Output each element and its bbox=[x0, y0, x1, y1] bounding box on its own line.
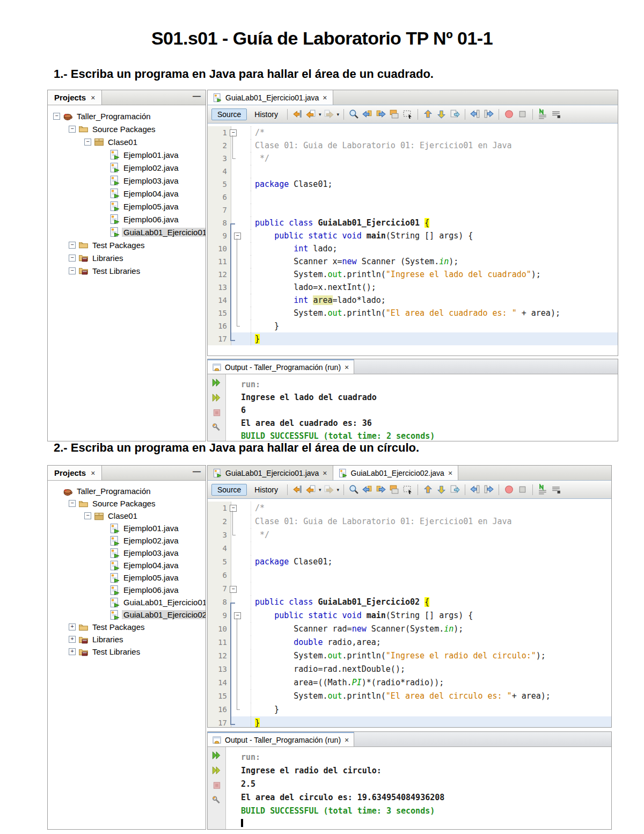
output-tab[interactable]: Output - Taller_Programación (run) × bbox=[208, 732, 354, 746]
uncomment-icon[interactable] bbox=[550, 108, 562, 120]
find-previous-icon[interactable] bbox=[361, 484, 374, 495]
minimize-icon[interactable]: — bbox=[193, 467, 201, 476]
back-icon[interactable] bbox=[305, 108, 317, 120]
collapse-icon[interactable]: − bbox=[69, 242, 76, 249]
tree-item[interactable]: −GuiaLab01_Ejercicio01.jav bbox=[48, 226, 206, 238]
code-editor[interactable]: − − 1/*2Clase 01: Guia de Laboratorio 01… bbox=[208, 124, 618, 356]
previous-bookmark-icon[interactable] bbox=[422, 108, 434, 120]
minimize-icon[interactable]: — bbox=[193, 91, 201, 100]
tree-item[interactable]: −Ejemplo02.java bbox=[48, 161, 206, 174]
tree-item[interactable]: −Ejemplo01.java bbox=[48, 148, 206, 161]
last-edit-icon[interactable] bbox=[291, 108, 304, 120]
rectangular-selection-icon[interactable] bbox=[401, 108, 414, 120]
forward-dropdown-icon[interactable]: ▾ bbox=[336, 112, 339, 117]
tree-item[interactable]: −Test Packages bbox=[48, 238, 206, 251]
close-icon[interactable]: × bbox=[91, 93, 95, 102]
projects-tab[interactable]: Projects × bbox=[48, 90, 102, 105]
rerun-alt-icon[interactable] bbox=[211, 393, 222, 403]
tree-item[interactable]: −Test Libraries bbox=[48, 264, 206, 277]
projects-tree[interactable]: −Taller_Programación−Source Packages−Cla… bbox=[48, 481, 206, 829]
toggle-bookmark-icon[interactable] bbox=[449, 108, 461, 120]
collapse-icon[interactable]: − bbox=[69, 267, 76, 274]
editor-tab[interactable]: GuiaLab01_Ejercicio01.java× bbox=[208, 90, 333, 105]
collapse-icon[interactable]: − bbox=[69, 500, 76, 507]
next-bookmark-icon[interactable] bbox=[435, 484, 448, 495]
tree-item[interactable]: +Test Packages bbox=[48, 621, 206, 633]
close-icon[interactable]: × bbox=[345, 736, 349, 744]
ant-settings-icon[interactable] bbox=[211, 423, 222, 433]
forward-dropdown-icon[interactable]: ▾ bbox=[336, 487, 339, 492]
history-view-button[interactable]: History bbox=[248, 109, 283, 120]
rectangular-selection-icon[interactable] bbox=[401, 484, 414, 495]
rerun-alt-icon[interactable] bbox=[211, 765, 222, 775]
find-next-icon[interactable] bbox=[375, 108, 387, 120]
next-bookmark-icon[interactable] bbox=[435, 108, 448, 120]
find-selection-icon[interactable] bbox=[348, 484, 360, 495]
tree-item[interactable]: −Ejemplo04.java bbox=[48, 187, 206, 200]
close-icon[interactable]: × bbox=[448, 469, 452, 477]
tree-item[interactable]: −Ejemplo03.java bbox=[48, 547, 206, 559]
tree-item[interactable]: −Ejemplo06.java bbox=[48, 584, 206, 596]
close-icon[interactable]: × bbox=[345, 363, 349, 372]
tree-item[interactable]: −Ejemplo04.java bbox=[48, 559, 206, 571]
stop-macro-icon[interactable] bbox=[516, 108, 529, 120]
last-edit-icon[interactable] bbox=[291, 484, 304, 495]
output-tab[interactable]: Output - Taller_Programación (run) × bbox=[208, 359, 354, 374]
editor-tab[interactable]: GuiaLab01_Ejercicio02.java× bbox=[333, 466, 459, 480]
code-editor[interactable]: − − − 1/*2Clase 01: Guia de Laboratorio … bbox=[208, 499, 611, 727]
tree-item[interactable]: +Test Libraries bbox=[48, 646, 206, 658]
tree-item[interactable]: −Source Packages bbox=[48, 122, 206, 135]
shift-right-icon[interactable] bbox=[482, 108, 495, 120]
find-previous-icon[interactable] bbox=[361, 108, 374, 120]
rerun-icon[interactable] bbox=[211, 750, 222, 760]
projects-tab[interactable]: Projects × bbox=[48, 466, 102, 480]
close-icon[interactable]: × bbox=[323, 469, 327, 477]
forward-icon[interactable] bbox=[323, 484, 335, 495]
tree-item[interactable]: −Ejemplo06.java bbox=[48, 213, 206, 226]
collapse-icon[interactable]: − bbox=[53, 113, 60, 120]
collapse-icon[interactable]: − bbox=[69, 126, 76, 133]
record-macro-icon[interactable] bbox=[503, 108, 515, 120]
tree-item[interactable]: −Taller_Programación bbox=[48, 485, 206, 497]
tree-item[interactable]: −Ejemplo03.java bbox=[48, 174, 206, 187]
rerun-icon[interactable] bbox=[211, 378, 222, 388]
stop-macro-icon[interactable] bbox=[516, 484, 529, 495]
output-console[interactable]: run:Ingrese el lado del cuadrado6El area… bbox=[226, 374, 618, 441]
expand-icon[interactable]: + bbox=[69, 648, 76, 655]
output-console[interactable]: run:Ingrese el radio del circulo:2.5El a… bbox=[226, 747, 611, 829]
tree-item[interactable]: −Ejemplo02.java bbox=[48, 534, 206, 547]
tree-item[interactable]: −Libraries bbox=[48, 251, 206, 264]
expand-icon[interactable]: + bbox=[69, 636, 76, 643]
record-macro-icon[interactable] bbox=[503, 484, 515, 495]
projects-tree[interactable]: −Taller_Programación−Source Packages−Cla… bbox=[48, 105, 206, 441]
toggle-bookmark-icon[interactable] bbox=[449, 484, 461, 495]
tree-item[interactable]: −Ejemplo01.java bbox=[48, 522, 206, 534]
ant-settings-icon[interactable] bbox=[211, 795, 222, 806]
history-view-button[interactable]: History bbox=[248, 484, 283, 495]
forward-icon[interactable] bbox=[323, 108, 335, 120]
back-icon[interactable] bbox=[305, 484, 317, 495]
source-view-button[interactable]: Source bbox=[211, 484, 247, 496]
find-selection-icon[interactable] bbox=[348, 108, 360, 120]
uncomment-icon[interactable] bbox=[550, 484, 562, 495]
collapse-icon[interactable]: − bbox=[84, 512, 91, 519]
tree-item[interactable]: −GuiaLab01_Ejercicio01.java bbox=[48, 596, 206, 608]
tree-item[interactable]: −Clase01 bbox=[48, 510, 206, 522]
expand-icon[interactable]: + bbox=[69, 623, 76, 630]
comment-icon[interactable] bbox=[537, 108, 549, 120]
back-dropdown-icon[interactable]: ▾ bbox=[319, 112, 321, 117]
collapse-icon[interactable]: − bbox=[84, 139, 91, 146]
tree-item[interactable]: −Ejemplo05.java bbox=[48, 200, 206, 213]
shift-right-icon[interactable] bbox=[482, 484, 495, 495]
tree-item[interactable]: −Clase01 bbox=[48, 135, 206, 148]
toggle-highlight-icon[interactable] bbox=[388, 484, 400, 495]
source-view-button[interactable]: Source bbox=[211, 108, 247, 120]
find-next-icon[interactable] bbox=[375, 484, 387, 495]
comment-icon[interactable] bbox=[537, 484, 549, 495]
tree-item[interactable]: −Ejemplo05.java bbox=[48, 571, 206, 584]
back-dropdown-icon[interactable]: ▾ bbox=[319, 487, 321, 492]
tree-item[interactable]: −Source Packages bbox=[48, 497, 206, 510]
tree-item[interactable]: −GuiaLab01_Ejercicio02.java bbox=[48, 608, 206, 621]
close-icon[interactable]: × bbox=[91, 469, 95, 477]
tree-item[interactable]: +Libraries bbox=[48, 633, 206, 646]
